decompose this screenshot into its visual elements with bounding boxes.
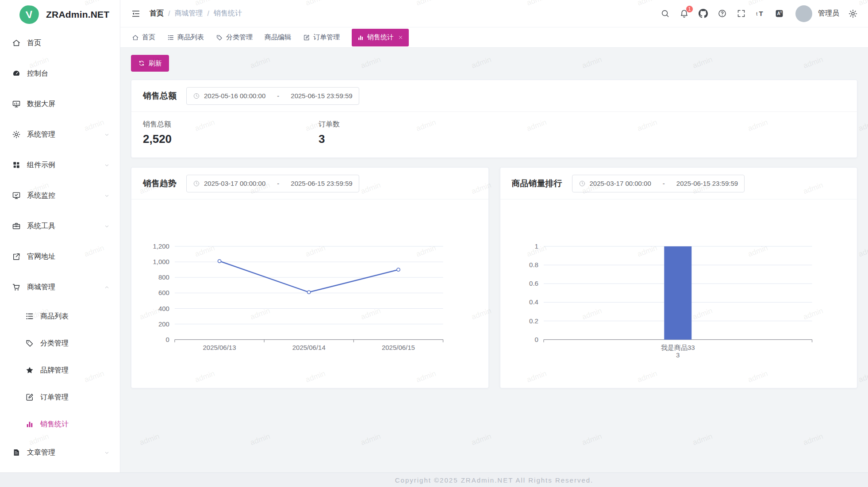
svg-text:3: 3 — [676, 351, 680, 359]
chevron-down-icon — [104, 192, 110, 199]
svg-text:0.2: 0.2 — [529, 317, 538, 325]
sidebar-item-label: 商城管理 — [27, 283, 55, 292]
sidebar-item-label: 销售统计 — [40, 420, 69, 429]
svg-text:文: 文 — [780, 11, 782, 13]
sidebar-item-tools[interactable]: 系统工具 — [0, 212, 120, 240]
dashboard-icon — [12, 69, 21, 78]
tab-label: 商品列表 — [177, 33, 204, 42]
stat-total-sales: 销售总额 2,520 — [143, 120, 319, 146]
stat-label: 销售总额 — [143, 120, 319, 129]
notification-badge: 1 — [686, 5, 693, 13]
sidebar-item-website[interactable]: 官网地址 — [0, 243, 120, 270]
charts-row: 销售趋势 2025-03-17 00:00:00 - 2025-06-15 23… — [131, 167, 857, 388]
search-icon[interactable] — [660, 8, 670, 19]
svg-text:2025/06/14: 2025/06/14 — [292, 344, 326, 351]
user-name[interactable]: 管理员 — [818, 9, 839, 18]
tab-label: 销售统计 — [367, 33, 394, 42]
svg-text:0: 0 — [534, 336, 538, 343]
tag-icon — [216, 34, 223, 41]
svg-text:1: 1 — [534, 242, 538, 250]
sidebar-item-monitoring[interactable]: 系统监控 — [0, 182, 120, 209]
svg-text:1,000: 1,000 — [153, 258, 169, 265]
fullscreen-icon[interactable] — [736, 8, 746, 19]
sidebar-item-system-mgmt[interactable]: 系统管理 — [0, 121, 120, 148]
sidebar-item-product-list[interactable]: 商品列表 — [0, 304, 120, 329]
sidebar-item-label: 商品列表 — [40, 312, 69, 321]
page-content: 刷新 销售总额 2025-05-16 00:00:00 - 2025-06-15… — [120, 48, 868, 388]
translate-icon[interactable]: A文 — [774, 8, 784, 19]
svg-text:T: T — [759, 10, 763, 17]
date-start: 2025-03-17 00:00:00 — [590, 180, 651, 187]
tab-category-mgmt[interactable]: 分类管理 — [216, 27, 253, 48]
breadcrumb: 首页 / 商城管理 / 销售统计 — [150, 9, 242, 18]
settings-gear-icon[interactable] — [848, 8, 858, 19]
sidebar-item-data-screen[interactable]: 数据大屏 — [0, 90, 120, 118]
main-area: 首页 / 商城管理 / 销售统计 1 tT A文 管理员 首页 — [120, 0, 868, 487]
svg-text:0.8: 0.8 — [529, 261, 538, 268]
sidebar-item-components[interactable]: 组件示例 — [0, 151, 120, 179]
summary-date-range-picker[interactable]: 2025-05-16 00:00:00 - 2025-06-15 23:59:5… — [186, 87, 359, 105]
sidebar-item-label: 分类管理 — [40, 339, 69, 348]
rank-card-header: 商品销量排行 2025-03-17 00:00:00 - 2025-06-15 … — [500, 168, 857, 199]
stat-label: 订单数 — [319, 120, 494, 129]
sidebar-item-label: 文章管理 — [27, 448, 55, 457]
tab-bar: 首页 商品列表 分类管理 商品编辑 订单管理 销售统计 — [120, 27, 868, 48]
font-size-icon[interactable]: tT — [755, 8, 765, 19]
product-rank-bar-chart: 00.20.40.60.81我是商品333 — [500, 200, 857, 388]
tab-product-edit[interactable]: 商品编辑 — [265, 27, 291, 48]
date-separator: - — [277, 92, 279, 100]
sidebar-nav: 首页 控制台 数据大屏 系统管理 组件示例 系统监控 系统工具 — [0, 29, 120, 466]
svg-text:600: 600 — [158, 289, 169, 296]
rank-date-range-picker[interactable]: 2025-03-17 00:00:00 - 2025-06-15 23:59:5… — [572, 175, 745, 192]
tab-order-mgmt[interactable]: 订单管理 — [303, 27, 340, 48]
sidebar-item-console[interactable]: 控制台 — [0, 60, 120, 87]
sidebar-fold-icon[interactable] — [131, 9, 141, 19]
sidebar-item-article-mgmt[interactable]: 文章管理 — [0, 439, 120, 466]
tab-label: 商品编辑 — [265, 33, 291, 42]
tab-label: 订单管理 — [313, 33, 340, 42]
external-link-icon — [12, 252, 21, 261]
clock-icon — [193, 92, 200, 100]
tag-icon — [25, 339, 34, 348]
refresh-label: 刷新 — [149, 59, 162, 68]
clock-icon — [193, 180, 200, 187]
sidebar-item-order-mgmt[interactable]: 订单管理 — [0, 385, 120, 410]
refresh-button[interactable]: 刷新 — [131, 55, 169, 72]
close-icon[interactable] — [398, 35, 403, 40]
app-logo[interactable]: V ZRAdmin.NET — [0, 0, 120, 29]
sidebar-item-label: 控制台 — [27, 69, 48, 78]
topbar: 首页 / 商城管理 / 销售统计 1 tT A文 管理员 — [120, 0, 868, 27]
github-icon[interactable] — [698, 8, 708, 19]
breadcrumb-home[interactable]: 首页 — [150, 9, 164, 18]
sidebar-item-sales-stats[interactable]: 销售统计 — [0, 412, 120, 437]
tab-sales-stats[interactable]: 销售统计 — [352, 29, 409, 46]
notifications-button[interactable]: 1 — [679, 8, 689, 19]
sidebar-item-brand-mgmt[interactable]: 品牌管理 — [0, 358, 120, 383]
topbar-actions: 1 tT A文 管理员 — [660, 5, 858, 22]
avatar[interactable] — [795, 5, 812, 22]
stat-value: 2,520 — [143, 132, 319, 146]
monitor-icon — [12, 191, 21, 200]
refresh-icon — [138, 60, 145, 67]
sidebar-item-label: 组件示例 — [27, 161, 55, 170]
breadcrumb-mall[interactable]: 商城管理 — [174, 9, 203, 18]
chevron-down-icon — [104, 449, 110, 456]
star-icon — [25, 366, 34, 375]
svg-text:1,200: 1,200 — [153, 242, 169, 250]
list-icon — [25, 312, 34, 321]
tab-product-list[interactable]: 商品列表 — [167, 27, 204, 48]
date-start: 2025-03-17 00:00:00 — [204, 180, 265, 187]
svg-text:400: 400 — [158, 305, 169, 312]
help-icon[interactable] — [717, 8, 727, 19]
sidebar-item-category-mgmt[interactable]: 分类管理 — [0, 331, 120, 356]
sidebar-item-home[interactable]: 首页 — [0, 29, 120, 57]
product-rank-card: 商品销量排行 2025-03-17 00:00:00 - 2025-06-15 … — [500, 167, 858, 388]
tab-home[interactable]: 首页 — [132, 27, 155, 48]
svg-text:2025/06/15: 2025/06/15 — [382, 344, 415, 351]
sidebar-item-mall-mgmt[interactable]: 商城管理 — [0, 273, 120, 301]
svg-text:0.4: 0.4 — [529, 298, 538, 306]
svg-text:我是商品33: 我是商品33 — [661, 344, 695, 351]
trend-date-range-picker[interactable]: 2025-03-17 00:00:00 - 2025-06-15 23:59:5… — [186, 175, 359, 192]
gear-icon — [12, 130, 21, 139]
date-end: 2025-06-15 23:59:59 — [291, 180, 352, 187]
